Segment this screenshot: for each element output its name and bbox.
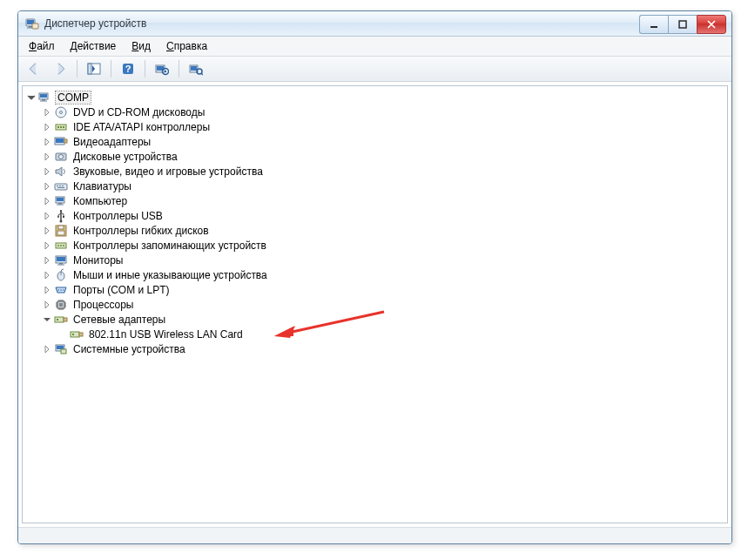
tree-item-label[interactable]: IDE ATA/ATAPI контроллеры [71, 121, 212, 133]
svg-rect-46 [57, 231, 64, 235]
tree-item-label[interactable]: 802.11n USB Wireless LAN Card [87, 328, 245, 341]
tree-item-label[interactable]: Системные устройства [71, 343, 187, 355]
svg-point-43 [57, 216, 59, 218]
tree-item-cpu[interactable]: Процессоры [38, 297, 727, 312]
expand-icon[interactable] [42, 285, 52, 295]
svg-rect-2 [29, 26, 32, 28]
svg-rect-66 [72, 334, 74, 335]
svg-rect-26 [63, 126, 64, 128]
tree-item-usb[interactable]: Контроллеры USB [38, 208, 727, 223]
back-button[interactable] [22, 57, 46, 80]
scan-hardware-button[interactable] [150, 57, 174, 80]
svg-point-50 [63, 245, 64, 246]
tree-item-disk[interactable]: Дисковые устройства [38, 149, 727, 164]
tree-root-label[interactable]: COMP [56, 91, 91, 104]
tree-item-network[interactable]: Сетевые адаптеры [38, 312, 727, 327]
expand-icon[interactable] [42, 122, 52, 132]
svg-rect-38 [57, 198, 64, 201]
mouse-icon [54, 268, 68, 282]
computer-icon [54, 194, 68, 208]
window-title: Диспетчер устройств [44, 17, 639, 30]
tree-item-label[interactable]: DVD и CD-ROM дисководы [71, 106, 206, 118]
tree-item-label[interactable]: Процессоры [71, 299, 136, 311]
svg-rect-65 [79, 333, 83, 336]
tree-item-label[interactable]: Контроллеры USB [71, 210, 165, 222]
svg-point-49 [60, 245, 62, 246]
tree-item-ports[interactable]: Порты (COM и LPT) [38, 282, 727, 297]
collapse-icon[interactable] [42, 314, 52, 325]
menu-file[interactable]: Файл [22, 38, 62, 54]
tree-item-ide[interactable]: IDE ATA/ATAPI контроллеры [38, 119, 727, 134]
svg-point-57 [60, 289, 62, 291]
tree-item-label[interactable]: Мониторы [71, 254, 125, 267]
device-manager-window: Диспетчер устройств Файл Действие Вид Сп… [17, 10, 732, 544]
tree-item-label[interactable]: Порты (COM и LPT) [71, 284, 172, 296]
tree-item-computer[interactable]: Компьютер [38, 193, 727, 208]
expand-icon[interactable] [42, 255, 52, 266]
cpu-icon [54, 298, 68, 312]
expand-icon[interactable] [42, 300, 52, 310]
maximize-button[interactable] [668, 15, 697, 34]
tree-item-label[interactable]: Видеоадаптеры [71, 136, 152, 148]
expand-icon[interactable] [42, 137, 52, 147]
svg-rect-6 [679, 21, 686, 28]
tree-root[interactable]: COMP [23, 90, 727, 105]
expand-icon[interactable] [42, 107, 52, 118]
tree-item-keyboard[interactable]: Клавиатуры [38, 179, 727, 193]
svg-rect-36 [57, 187, 64, 188]
tree-item-monitor[interactable]: Мониторы [38, 253, 727, 267]
expand-icon[interactable] [42, 226, 52, 236]
expand-icon[interactable] [42, 270, 52, 280]
tree-item-network-card[interactable]: 802.11n USB Wireless LAN Card [54, 327, 727, 341]
tree-item-floppy[interactable]: Контроллеры гибких дисков [38, 223, 727, 238]
svg-rect-20 [40, 100, 47, 101]
menu-help[interactable]: Справка [159, 38, 214, 54]
toolbar-separator [179, 60, 179, 78]
collapse-icon[interactable] [26, 92, 37, 103]
forward-button[interactable] [48, 57, 72, 80]
close-button[interactable] [697, 15, 726, 34]
expand-icon[interactable] [42, 344, 52, 354]
menu-action[interactable]: Действие [64, 38, 124, 54]
computer-icon [38, 91, 52, 105]
svg-rect-68 [57, 346, 64, 349]
show-hide-tree-button[interactable] [82, 57, 106, 80]
tree-item-label[interactable]: Контроллеры гибких дисков [71, 225, 211, 237]
tree-item-label[interactable]: Сетевые адаптеры [71, 314, 167, 326]
svg-rect-5 [650, 26, 657, 28]
expand-icon[interactable] [42, 166, 52, 177]
disk-drive-icon [54, 150, 68, 164]
titlebar[interactable]: Диспетчер устройств [18, 11, 731, 37]
content-area: COMP DVD и CD-ROM дисководы IDE ATA/ATAP… [18, 82, 731, 527]
tree-item-label[interactable]: Мыши и иные указывающие устройства [71, 269, 269, 281]
menubar: Файл Действие Вид Справка [18, 37, 731, 57]
menu-view[interactable]: Вид [125, 38, 158, 54]
tree-item-mouse[interactable]: Мыши и иные указывающие устройства [38, 267, 727, 282]
svg-rect-19 [42, 99, 45, 101]
expand-icon[interactable] [42, 211, 52, 221]
expand-icon[interactable] [42, 240, 52, 251]
svg-rect-61 [55, 317, 64, 322]
tree-item-system[interactable]: Системные устройства [38, 341, 727, 356]
tree-item-video[interactable]: Видеоадаптеры [38, 134, 727, 149]
svg-rect-34 [59, 186, 61, 186]
device-tree[interactable]: COMP DVD и CD-ROM дисководы IDE ATA/ATAP… [22, 85, 728, 523]
properties-button[interactable] [184, 57, 208, 80]
tree-item-label[interactable]: Дисковые устройства [71, 151, 179, 163]
expand-icon[interactable] [42, 196, 52, 206]
tree-item-sound[interactable]: Звуковые, видео и игровые устройства [38, 164, 727, 179]
minimize-button[interactable] [639, 15, 668, 34]
controller-icon [54, 120, 68, 134]
expand-icon[interactable] [42, 181, 52, 192]
tree-item-label[interactable]: Компьютер [71, 195, 129, 207]
svg-rect-53 [59, 263, 63, 265]
tree-item-label[interactable]: Клавиатуры [71, 180, 133, 192]
tree-item-dvd[interactable]: DVD и CD-ROM дисководы [38, 105, 727, 119]
svg-text:?: ? [125, 64, 131, 74]
expand-icon[interactable] [42, 152, 52, 162]
tree-item-storage[interactable]: Контроллеры запоминающих устройств [38, 238, 727, 253]
usb-icon [54, 209, 68, 223]
help-button[interactable]: ? [116, 57, 140, 80]
tree-item-label[interactable]: Звуковые, видео и игровые устройства [71, 165, 265, 178]
tree-item-label[interactable]: Контроллеры запоминающих устройств [71, 240, 268, 252]
